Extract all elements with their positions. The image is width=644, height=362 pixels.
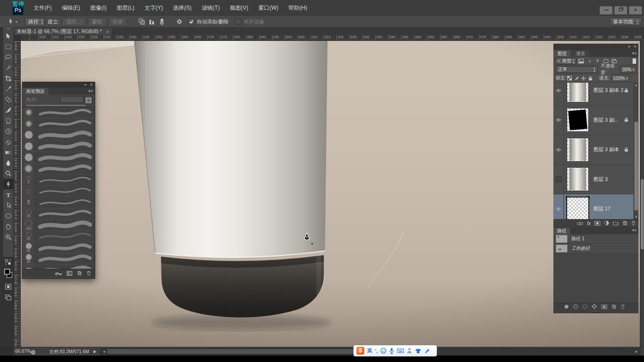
add-mask-icon[interactable]	[601, 303, 607, 311]
delete-layer-icon[interactable]	[631, 219, 636, 227]
path-operations-icon[interactable]	[137, 17, 147, 26]
pen-tool-button[interactable]	[3, 179, 13, 189]
menu-item-8[interactable]: 窗口(W)	[253, 0, 283, 16]
blur-tool-button[interactable]	[3, 158, 13, 168]
brush-tool-button[interactable]	[3, 105, 13, 115]
ime-language-toggle[interactable]: 英	[367, 347, 372, 354]
screen-mode-icon[interactable]	[3, 292, 13, 302]
filter-adjustment-layers-icon[interactable]: ◑	[586, 58, 593, 64]
layer-visibility-eye-icon[interactable]	[553, 106, 564, 135]
shape-tool-button[interactable]	[3, 210, 13, 221]
scroll-right-icon[interactable]: ►	[635, 350, 638, 354]
lock-position-icon[interactable]	[581, 75, 586, 81]
path-select-tool-button[interactable]	[3, 200, 13, 210]
magic-wand-tool-button[interactable]	[3, 62, 13, 73]
vscroll-thumb[interactable]	[641, 179, 644, 249]
history-brush-tool-button[interactable]	[3, 126, 13, 136]
menu-item-2[interactable]: 图像(I)	[85, 0, 111, 16]
close-panel-icon[interactable]: ✕	[633, 45, 637, 49]
ime-punctuation-toggle[interactable]: ’,	[375, 348, 378, 354]
layers-scroll-thumb[interactable]	[634, 122, 638, 210]
layers-scrollbar[interactable]: ▲ ▼	[633, 83, 638, 219]
gradient-tool-button[interactable]	[3, 147, 13, 158]
brush-preset-row[interactable]	[23, 141, 95, 153]
layer-row-图层 3[interactable]: 图层 3	[553, 165, 638, 195]
brush-preset-row[interactable]: 50	[23, 242, 95, 254]
scroll-left-icon[interactable]: ◄	[102, 350, 106, 354]
pen-tool-dropdown-icon[interactable]: ▾	[16, 20, 17, 23]
make-selection-button[interactable]: 选区…	[62, 17, 86, 26]
close-panel-icon[interactable]: ✕	[90, 83, 93, 87]
lock-transparency-icon[interactable]	[567, 75, 573, 81]
new-layer-icon[interactable]	[622, 219, 627, 227]
menu-item-4[interactable]: 文字(Y)	[139, 0, 168, 16]
layer-group-icon[interactable]	[613, 219, 619, 227]
layer-name[interactable]: 图层 3 副本 2	[593, 87, 623, 94]
auto-add-delete-checkbox[interactable]	[188, 18, 195, 25]
microphone-icon[interactable]	[389, 348, 394, 354]
path-row-工作路径[interactable]: 工作路径	[553, 244, 638, 254]
dodge-tool-button[interactable]	[3, 168, 13, 179]
fill-path-icon[interactable]	[564, 303, 569, 311]
canvas-area[interactable]	[20, 40, 644, 347]
layer-row-图层 17[interactable]: 图层 17	[553, 194, 638, 219]
document-tab[interactable]: 未标题-1 @ 66.7% (图层 17, RGB/8) * ×	[13, 27, 113, 35]
brush-preset-row[interactable]: 100	[23, 220, 95, 231]
scroll-down-icon[interactable]: ▼	[634, 215, 638, 218]
layer-row-图层 3 副...[interactable]: 图层 3 副...	[553, 106, 638, 136]
layer-filter-select[interactable]: 类型▴▾	[555, 57, 576, 64]
layer-style-fx-icon[interactable]: fx	[587, 221, 591, 226]
brush-panel-toggle-icon[interactable]	[84, 96, 92, 104]
brush-preset-row[interactable]: 25	[23, 209, 95, 220]
add-layer-mask-icon[interactable]	[594, 219, 600, 227]
tab-layers[interactable]: 图层	[553, 50, 571, 57]
workspace-switcher-button[interactable]: 基本功能▴▾	[610, 17, 642, 26]
layer-name[interactable]: 图层 3 副本	[593, 146, 619, 153]
opacity-value[interactable]: 30%▾	[620, 66, 636, 73]
tab-channels[interactable]: 通道	[572, 50, 589, 57]
brush-preset-row[interactable]	[23, 152, 95, 164]
hand-tool-button[interactable]	[3, 221, 13, 232]
layer-visibility-eye-icon[interactable]	[553, 194, 564, 219]
hscroll-thumb[interactable]	[107, 349, 356, 354]
wrench-icon[interactable]	[424, 348, 430, 354]
sogou-logo-icon[interactable]: S	[356, 347, 364, 355]
brush-size-slider[interactable]	[26, 105, 86, 106]
menu-item-3[interactable]: 图层(L)	[112, 0, 140, 16]
layer-thumbnail[interactable]	[567, 83, 589, 102]
delete-path-icon[interactable]	[621, 303, 625, 311]
menu-item-5[interactable]: 选择(S)	[168, 0, 196, 16]
close-button[interactable]: ×	[629, 6, 642, 15]
status-flyout-icon[interactable]: ▶	[93, 349, 97, 354]
zoom-level-field[interactable]: 66.67%	[15, 349, 31, 354]
layer-visibility-empty[interactable]	[553, 165, 564, 194]
filter-on-off-toggle[interactable]	[632, 58, 637, 64]
layer-row-图层 3 副本 2[interactable]: 图层 3 副本 2	[553, 83, 638, 106]
filter-pixel-layers-icon[interactable]	[578, 58, 585, 64]
new-brush-icon[interactable]	[77, 269, 82, 277]
delete-brush-icon[interactable]	[86, 269, 91, 277]
tab-brush-presets[interactable]: 画笔预设	[23, 88, 48, 95]
close-tab-icon[interactable]: ×	[106, 29, 109, 34]
brush-size-input[interactable]	[60, 96, 83, 103]
lock-all-icon[interactable]	[587, 75, 593, 81]
restore-button[interactable]	[614, 6, 627, 15]
swap-colors-icon[interactable]	[3, 257, 13, 267]
brush-preset-row[interactable]	[23, 186, 95, 198]
panel-menu-icon[interactable]: ▾≡	[88, 89, 93, 93]
brush-preset-row[interactable]: 40	[23, 265, 95, 269]
collapse-panel-icon[interactable]: ↞	[628, 45, 631, 49]
layer-visibility-eye-icon[interactable]	[553, 135, 564, 164]
eraser-tool-button[interactable]	[3, 136, 13, 147]
marquee-tool-button[interactable]	[3, 41, 13, 52]
clone-stamp-tool-button[interactable]	[3, 115, 13, 126]
brush-preset-row[interactable]	[23, 107, 95, 119]
layer-name[interactable]: 图层 3 副...	[593, 117, 618, 124]
adjustment-layer-icon[interactable]	[604, 219, 609, 227]
crop-tool-button[interactable]	[3, 73, 13, 84]
make-mask-button[interactable]: 蒙版	[88, 17, 106, 26]
menu-item-7[interactable]: 视图(V)	[225, 0, 253, 16]
toolbar-collapse-icon[interactable]: »	[3, 27, 13, 31]
brush-view-icon[interactable]	[67, 269, 72, 277]
brush-preset-row[interactable]: 8	[23, 175, 95, 186]
